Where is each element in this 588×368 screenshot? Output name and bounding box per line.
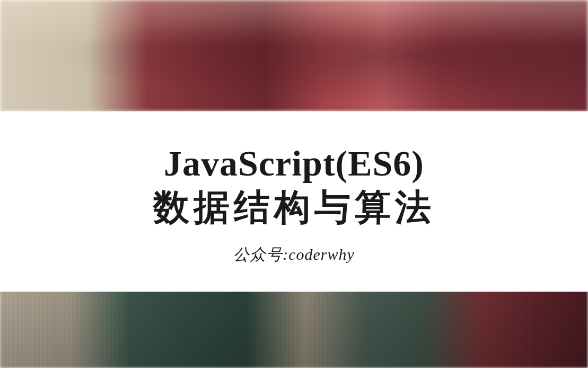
title-english: JavaScript(ES6) [164,143,424,184]
title-band: JavaScript(ES6) 数据结构与算法 公众号:coderwhy [0,111,588,292]
subtitle-account: 公众号:coderwhy [233,244,355,266]
title-chinese: 数据结构与算法 [153,186,435,230]
background-top-stripe [0,0,588,111]
